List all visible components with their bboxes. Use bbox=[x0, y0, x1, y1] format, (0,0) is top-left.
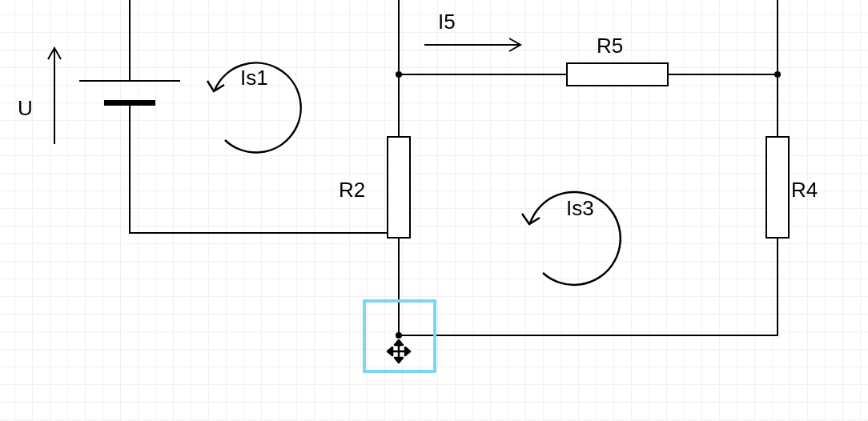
label-is3: Is3 bbox=[566, 196, 594, 221]
label-is1: Is1 bbox=[240, 66, 268, 90]
wire-top-branch-left bbox=[398, 74, 568, 75]
selection-highlight[interactable] bbox=[363, 299, 436, 373]
resistor-r4[interactable] bbox=[766, 136, 790, 239]
label-i5: I5 bbox=[438, 10, 456, 34]
battery-wire-down bbox=[129, 106, 131, 232]
label-u: U bbox=[18, 96, 33, 121]
wire-top-branch-right bbox=[667, 74, 778, 75]
label-r2: R2 bbox=[339, 178, 365, 202]
node-center-top bbox=[396, 71, 402, 78]
node-right-top bbox=[774, 71, 781, 78]
circuit-canvas[interactable]: U Is1 Is3 I5 R5 R2 R4 bbox=[0, 0, 868, 421]
wire-right-top bbox=[777, 0, 778, 76]
wire-center-top bbox=[398, 0, 400, 76]
wire-right-upper bbox=[777, 74, 778, 138]
wire-right-lower bbox=[777, 237, 778, 336]
wire-center-mid-upper bbox=[398, 74, 400, 138]
arrow-i5 bbox=[424, 38, 520, 51]
label-r5: R5 bbox=[597, 34, 623, 58]
battery-top-plate bbox=[79, 80, 180, 82]
resistor-r5[interactable] bbox=[566, 62, 669, 86]
wire-bottom-right bbox=[398, 335, 778, 336]
resistor-r2[interactable] bbox=[387, 136, 411, 239]
label-r4: R4 bbox=[791, 178, 818, 202]
battery-bottom-plate bbox=[104, 100, 155, 106]
wire-bottom-left bbox=[129, 232, 400, 234]
arrow-u bbox=[48, 48, 61, 144]
battery-wire-up bbox=[129, 0, 131, 80]
